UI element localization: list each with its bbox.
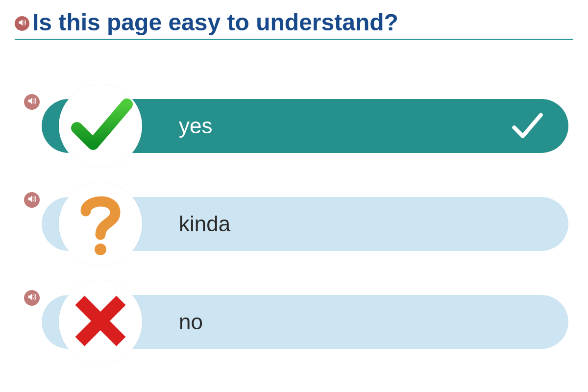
- option-kinda[interactable]: kinda: [42, 197, 568, 251]
- svg-point-0: [95, 244, 106, 255]
- option-yes[interactable]: yes: [42, 99, 568, 153]
- option-no[interactable]: no: [42, 295, 568, 349]
- option-no-icon-circle: [59, 280, 142, 364]
- option-kinda-icon-circle: [59, 182, 142, 266]
- option-yes-audio-button[interactable]: [24, 94, 40, 110]
- option-no-audio-button[interactable]: [24, 290, 40, 306]
- option-kinda-audio-button[interactable]: [24, 192, 40, 208]
- question-mark-icon: [64, 186, 137, 262]
- question-header: Is this page easy to understand?: [15, 10, 573, 40]
- option-kinda-label: kinda: [179, 212, 230, 236]
- speaker-icon: [17, 18, 27, 29]
- check-icon: [64, 88, 137, 164]
- option-yes-label: yes: [179, 114, 212, 138]
- selected-check-icon: [507, 106, 546, 146]
- cross-icon: [64, 284, 137, 360]
- option-no-label: no: [179, 310, 203, 334]
- option-yes-icon-circle: [59, 84, 142, 168]
- question-audio-button[interactable]: [15, 16, 29, 31]
- question-text: Is this page easy to understand?: [32, 10, 398, 36]
- speaker-icon: [26, 96, 37, 108]
- speaker-icon: [26, 194, 37, 206]
- options-list: yes kinda: [15, 99, 573, 349]
- speaker-icon: [26, 292, 37, 304]
